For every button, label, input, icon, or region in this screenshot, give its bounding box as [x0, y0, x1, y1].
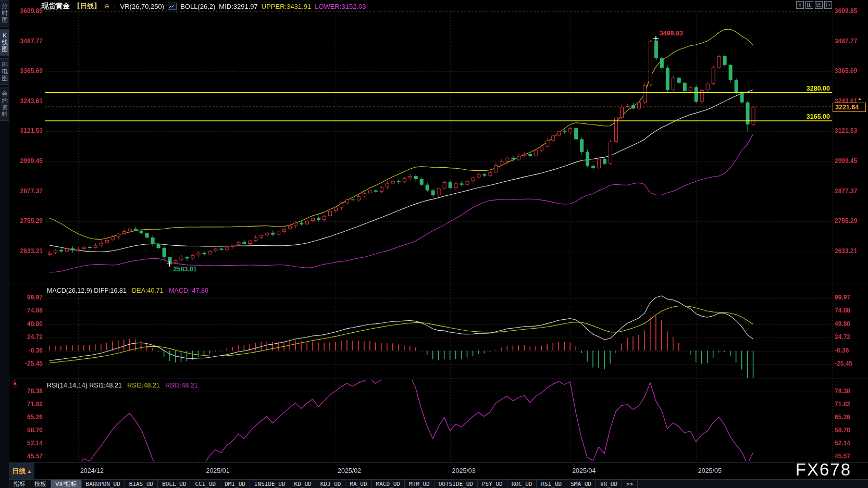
toolbar-tab-ma-ud[interactable]: MA_UD	[345, 480, 371, 488]
rsi-panel-header: RSI(14,14,14) RSI1:48.21 RSI2:48.21 RSI3…	[47, 382, 198, 389]
toolbar-tab-dmi-ud[interactable]: DMI_UD	[220, 480, 250, 488]
price-axis-label: 3121.53	[835, 127, 857, 134]
rsi3-value: RSI3:48.21	[165, 382, 198, 389]
chart-tool-icons	[796, 1, 832, 9]
sidebar-tab-candlestick[interactable]: K线图	[0, 29, 9, 56]
macd-panel-header: MACD(26,12,9) DIFF:16.81 DEA:40.71 MACD:…	[47, 287, 208, 294]
price-axis-label: 2877.37	[13, 187, 43, 195]
price-axis-label: 2877.37	[835, 187, 857, 195]
macd-axis-label: -0.36	[835, 347, 849, 354]
toolbar-tab-inside-ud[interactable]: INSIDE_UD	[250, 480, 290, 488]
sidebar-tab-timeline[interactable]: 分时图	[0, 0, 9, 27]
last-price-tag: 3221.64	[833, 103, 866, 112]
toolbar-tab-mtm-ud[interactable]: MTM_UD	[405, 480, 435, 488]
rsi-axis-label: 65.26	[13, 414, 43, 421]
symbol-name: 现货黄金	[42, 2, 70, 11]
vr-indicator-label: VR(26,70,250)	[120, 3, 165, 10]
rsi-axis-label: 58.70	[835, 427, 850, 434]
rsi-title: RSI(14,14,14) RSI1:48.21	[47, 382, 122, 389]
price-axis-label: 3609.85	[835, 7, 857, 15]
macd-axis-label: 74.88	[835, 307, 850, 314]
period-selector[interactable]: 日线 ▲	[9, 463, 34, 479]
rsi-axis-label: 45.57	[835, 453, 850, 460]
price-up-arrow-icon: ▲	[858, 97, 862, 101]
up-arrow-icon: ↑	[113, 3, 117, 10]
toolbar-tab-bias-ud[interactable]: BIAS_UD	[125, 480, 158, 488]
chart-canvas[interactable]	[0, 0, 868, 488]
macd-hist-value: MACD:-47.80	[169, 287, 208, 294]
toolbar-tab-barupdn-ud[interactable]: BARUPDN_UD	[82, 480, 125, 488]
toolbar-tab-boll-ud[interactable]: BOLL_UD	[158, 480, 191, 488]
toolbar-tab-指标[interactable]: 指标	[9, 480, 30, 488]
chart-header: 现货黄金 【日线】 ⊕ ↑ VR(26,70,250) BOLL(26,2) M…	[42, 2, 366, 11]
boll-mid-value: MID:3291.97	[219, 3, 257, 10]
macd-axis-label: 49.80	[835, 320, 850, 328]
month-label: 2025/02	[338, 467, 361, 474]
right-axis-zoom-icon[interactable]	[815, 1, 823, 9]
macd-axis-label: 99.97	[13, 294, 43, 301]
crosshair-move-icon[interactable]	[796, 1, 804, 9]
watermark: FX678	[796, 460, 851, 480]
price-axis-label: 2999.45	[835, 157, 857, 165]
month-label: 2024/12	[80, 467, 104, 474]
price-axis-label: 3365.69	[835, 67, 857, 74]
resistance-level-label: 3280.00	[807, 85, 830, 92]
toolbar-tab-rsi-ud[interactable]: RSI_UD	[537, 480, 566, 488]
price-axis-label: 2999.45	[13, 157, 43, 165]
sidebar-tab-contract-info[interactable]: 合约资料	[0, 87, 9, 121]
month-label: 2025/03	[452, 467, 476, 474]
toolbar-tab-psy-ud[interactable]: PSY_UD	[478, 480, 507, 488]
macd-title: MACD(26,12,9) DIFF:16.81	[47, 287, 127, 294]
high-annotation: 3499.83	[660, 30, 683, 37]
pan-right-icon[interactable]	[824, 1, 832, 9]
dropdown-arrow-icon: ▲	[27, 469, 32, 474]
toolbar-tab-kd-ud[interactable]: KD_UD	[290, 480, 316, 488]
trading-app-window: 分时图 K线图 闪电图 合约资料 现货黄金 【日线】 ⊕ ↑ VR(26,70,…	[0, 0, 868, 488]
toolbar-tab--[interactable]: >>	[622, 480, 638, 488]
toolbar-tab-vip指标[interactable]: VIP指标	[51, 480, 82, 488]
low-annotation: 2583.01	[173, 266, 197, 273]
rsi2-value: RSI2:48.21	[127, 382, 160, 389]
price-axis-label: 3487.77	[835, 37, 857, 45]
toolbar-tab-macd-ud[interactable]: MACD_UD	[372, 480, 405, 488]
rsi-axis-label: 52.14	[13, 440, 43, 447]
toolbar-tab-kdj-ud[interactable]: KDJ_UD	[316, 480, 346, 488]
mini-chart-icon[interactable]	[168, 3, 177, 10]
price-axis-label: 2755.29	[13, 217, 43, 224]
rsi-axis-label: 78.38	[835, 387, 850, 395]
macd-axis-label: -25.45	[835, 360, 852, 367]
alert-icon[interactable]	[11, 380, 18, 387]
toolbar-tab-roc-ud[interactable]: ROC_UD	[507, 480, 537, 488]
support-level-label: 3165.00	[807, 113, 830, 120]
price-axis-label: 3243.61	[13, 97, 43, 105]
price-axis-label: 3365.69	[13, 67, 43, 74]
rsi-axis-label: 58.70	[13, 427, 43, 434]
rsi-axis-label: 71.82	[13, 401, 43, 408]
price-axis-label: 2633.21	[13, 247, 43, 255]
sidebar-tab-flash[interactable]: 闪电图	[0, 58, 9, 85]
toolbar-tab-sma-ud[interactable]: SMA_UD	[566, 480, 596, 488]
macd-dea-value: DEA:40.71	[132, 287, 163, 294]
price-axis-label: 2633.21	[835, 247, 857, 255]
rsi-axis-label: 78.38	[13, 387, 43, 395]
macd-axis-label: -25.45	[13, 360, 43, 367]
price-axis-label: 3487.77	[13, 37, 43, 45]
macd-axis-label: 49.80	[13, 320, 43, 328]
month-label: 2025/05	[698, 467, 722, 474]
toolbar-tab-cci-ud[interactable]: CCI_UD	[191, 480, 221, 488]
boll-indicator-label: BOLL(26,2)	[180, 3, 215, 10]
period-label[interactable]: 【日线】	[73, 2, 101, 11]
month-label: 2025/01	[206, 467, 229, 474]
toolbar-tab-模板[interactable]: 模板	[30, 480, 51, 488]
macd-axis-label: 24.72	[835, 333, 850, 341]
toolbar-tab-vr-ud[interactable]: VR_UD	[596, 480, 622, 488]
macd-axis-label: 99.97	[835, 294, 850, 301]
left-axis-zoom-icon[interactable]	[805, 1, 813, 9]
indicator-toolbar: 指标模板VIP指标BARUPDN_UDBIAS_UDBOLL_UDCCI_UDD…	[9, 479, 868, 488]
price-axis-label: 2755.29	[835, 217, 857, 224]
rsi-axis-label: 71.82	[835, 401, 850, 408]
circle-plus-icon[interactable]: ⊕	[104, 3, 109, 10]
toolbar-tab-outside-ud[interactable]: OUTSIDE_UD	[435, 480, 478, 488]
macd-axis-label: 24.72	[13, 333, 43, 341]
rsi-axis-label: 45.57	[13, 453, 43, 460]
